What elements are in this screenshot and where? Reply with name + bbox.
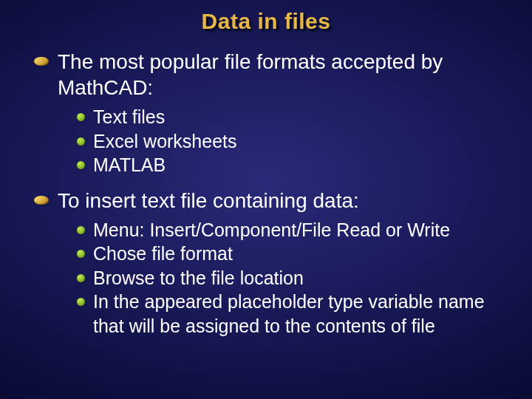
slide-content: The most popular file formats accepted b… — [30, 49, 502, 338]
bullet-level2: Menu: Insert/Component/File Read or Writ… — [77, 218, 502, 242]
bullet-level1: The most popular file formats accepted b… — [33, 49, 502, 100]
sublist: Text files Excel worksheets MATLAB — [77, 105, 502, 177]
bullet-level2: Browse to the file location — [77, 266, 502, 290]
bullet-level2: In the appeared placeholder type variabl… — [77, 290, 502, 338]
bullet-level2: Text files — [77, 105, 502, 129]
bullet-level2: Excel worksheets — [77, 129, 502, 154]
bullet-level2: Chose file format — [77, 242, 502, 266]
slide-title: Data in files — [30, 9, 502, 34]
bullet-level1: To insert text file containing data: — [33, 188, 502, 214]
sublist: Menu: Insert/Component/File Read or Writ… — [77, 218, 502, 338]
bullet-level2: MATLAB — [77, 153, 502, 177]
